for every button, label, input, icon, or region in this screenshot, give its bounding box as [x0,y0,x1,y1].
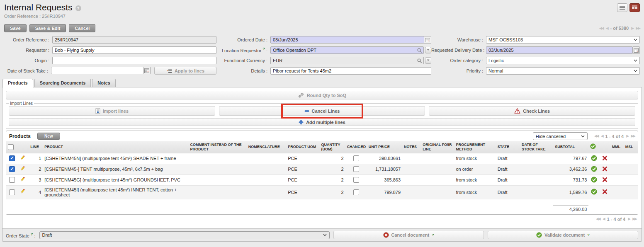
comment-column-header[interactable]: COMMENT INSTEAD OF THE PRODUCT [188,141,246,153]
quantity-column-header[interactable]: QUANTITY (UOM) [319,141,345,153]
original-foir-line-column-header[interactable]: ORIGINAL FO/IR LINE [421,141,454,153]
edit-row-icon[interactable] [19,166,25,172]
last-page-button[interactable]: ▶▶ [636,27,640,30]
help-icon[interactable]: ? [75,5,81,11]
form-view-button[interactable] [629,3,640,12]
edit-row-icon[interactable] [19,155,25,161]
cancel-lines-button[interactable]: Cancel Lines [219,106,425,116]
msl-column-header[interactable]: MSL [624,141,638,153]
changed-checkbox[interactable] [353,177,359,183]
cancel-document-button[interactable]: Cancel document ? [333,231,484,239]
order-state-select[interactable]: Draft [39,231,330,239]
changed-checkbox[interactable] [353,155,359,161]
last-page-button[interactable]: ▶▶ [632,217,637,221]
delete-line-icon[interactable] [602,166,608,172]
tab-notes[interactable]: Notes [92,79,116,87]
functional-currency-input[interactable] [270,57,424,64]
product-name[interactable]: [CSHETENM45-] TENT multipurpose, 45m², 6… [43,164,188,174]
unit-price-column-header[interactable]: UNIT PRICE [367,141,402,153]
order-category-select[interactable]: Logistic [486,57,640,64]
date-of-stock-take-column-header[interactable]: DATE OF STOCK TAKE [520,141,553,153]
row-select-checkbox[interactable] [9,155,15,161]
original-foir-line-cell [421,153,454,164]
product-name[interactable]: [CSHETENM45G] (multipurpose tent 45m²) G… [43,174,188,185]
list-view-button[interactable] [617,3,627,12]
priority-select[interactable]: Normal [486,67,640,75]
page-header: Internal Requests ? Order Reference : 25… [0,0,644,21]
notes-cell [402,153,421,164]
origin-input[interactable] [52,57,216,64]
state-column-header[interactable]: STATE [496,141,520,153]
location-requestor-input[interactable] [270,46,424,54]
import-lines-button[interactable]: Import lines [9,106,215,116]
product-name[interactable]: [CSHETENM45I] (multipurpose tent 45m²) I… [43,185,188,199]
row-select-checkbox[interactable] [9,166,15,172]
new-line-button[interactable]: New [37,133,60,140]
procurement-method: from stock [454,153,496,164]
details-input[interactable] [270,67,431,75]
check-lines-button[interactable]: Check Lines [429,106,635,116]
calendar-icon[interactable] [143,67,151,74]
hide-cancelled-select[interactable]: Hide cancelled [533,132,588,140]
next-page-button[interactable]: ▶ [631,27,633,30]
round-qty-to-soq-button[interactable]: Round Qty to SoQ [6,91,638,99]
prev-page-button[interactable]: ◀ [601,134,603,138]
functional-currency-dropdown-button[interactable] [425,57,431,64]
first-page-button[interactable]: ◀◀ [594,134,598,138]
tab-sourcing-documents[interactable]: Sourcing Documents [34,79,91,87]
delete-line-icon[interactable] [602,155,608,161]
add-multiple-lines-button[interactable]: Add multiple lines [9,118,635,126]
line-column-header[interactable]: LINE [29,141,43,153]
mml-column-header[interactable]: MML [610,141,624,153]
changed-checkbox[interactable] [353,166,359,172]
row-select-checkbox[interactable] [9,177,15,183]
product-uom-column-header[interactable]: PRODUCT UOM [286,141,319,153]
date-of-stock-take-input[interactable] [51,67,143,74]
location-requestor-dropdown-button[interactable] [425,47,431,53]
changed-checkbox[interactable] [353,189,359,195]
delete-line-icon[interactable] [602,177,608,182]
apply-to-lines-button[interactable]: Apply to lines [154,67,216,75]
requested-delivery-date-input[interactable] [486,46,633,54]
edit-row-icon[interactable] [19,189,25,194]
delete-line-icon[interactable] [602,189,608,194]
select-all-checkbox[interactable] [8,144,14,150]
page-title: Internal Requests [4,2,73,12]
order-reference-input[interactable] [52,36,216,44]
prev-page-button[interactable]: ◀ [603,217,605,221]
nomenclature-column-header[interactable]: NOMENCLATURE [247,141,286,153]
last-page-button[interactable]: ▶▶ [631,134,635,138]
warehouse-select[interactable]: MSF OCBSS103 [486,36,640,44]
procurement-method-column-header[interactable]: PROCUREMENT METHOD [454,141,496,153]
validate-line-icon[interactable] [591,189,597,195]
calendar-icon[interactable] [424,36,431,44]
first-page-button[interactable]: ◀◀ [599,27,603,30]
product-column-header[interactable]: PRODUCT [43,141,188,153]
row-select-checkbox[interactable] [9,189,15,195]
calendar-icon[interactable] [633,46,640,54]
subtotal-column-header[interactable]: SUBTOTAL [553,141,588,153]
validate-column-header [588,141,599,153]
requested-delivery-date-field-label: Requested Delivery Date : [431,48,486,53]
product-uom: PCE [286,153,319,164]
validate-line-icon[interactable] [591,155,597,161]
save-and-edit-button[interactable]: Save & Edit [29,24,66,32]
prev-page-button[interactable]: ◀ [606,27,608,30]
ordered-date-input[interactable] [270,36,424,44]
next-page-button[interactable]: ▶ [626,134,628,138]
next-page-button[interactable]: ▶ [628,217,630,221]
changed-column-header[interactable]: CHANGED [345,141,367,153]
tab-products[interactable]: Products [2,79,33,87]
requestor-input[interactable] [52,46,216,54]
validate-document-button[interactable]: Validate document ? [488,231,638,239]
save-button[interactable]: Save [4,24,27,32]
edit-row-icon[interactable] [19,177,25,182]
validate-line-icon[interactable] [591,166,597,172]
button-help-icon[interactable]: ? [587,233,590,237]
notes-column-header[interactable]: NOTES [402,141,421,153]
validate-line-icon[interactable] [591,177,597,183]
cancel-button[interactable]: Cancel [69,24,95,32]
product-name[interactable]: [CSHETENM45N] (multipurpose tent 45m²) S… [43,153,188,164]
button-help-icon[interactable]: ? [432,233,434,237]
first-page-button[interactable]: ◀◀ [596,217,600,221]
